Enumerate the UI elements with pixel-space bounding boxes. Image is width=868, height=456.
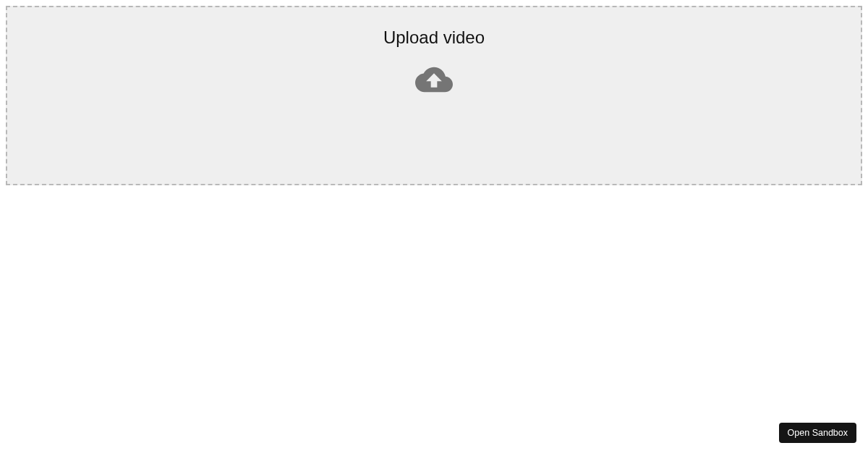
open-sandbox-button[interactable]: Open Sandbox <box>779 423 856 443</box>
cloud-upload-icon <box>415 67 453 96</box>
upload-title: Upload video <box>7 28 861 48</box>
upload-dropzone[interactable]: Upload video <box>6 6 862 185</box>
